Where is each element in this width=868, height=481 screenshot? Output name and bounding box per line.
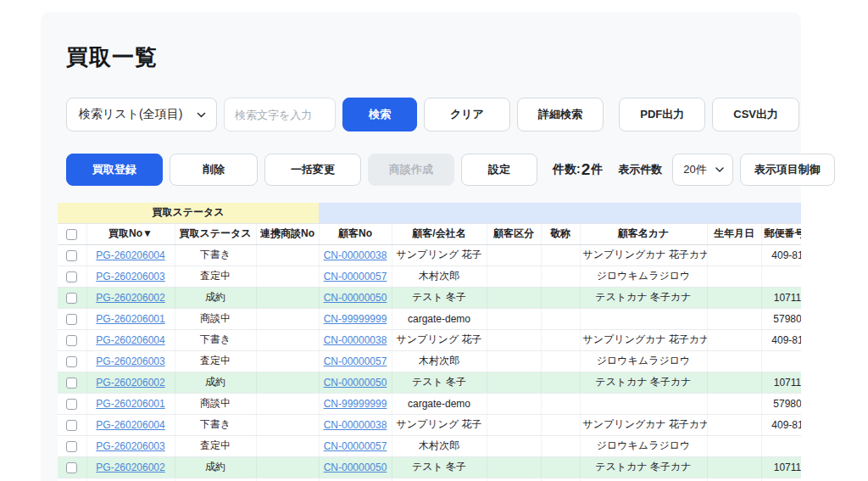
table-row: PG-260206004下書きCN-00000038サンプリング 花子サンプリン… [58,414,801,435]
customer-no-link[interactable]: CN-99999999 [324,313,387,325]
buy-no-link[interactable]: PG-260206003 [96,271,164,282]
row-checkbox[interactable] [66,314,77,325]
row-checkbox-cell [58,456,86,478]
col-header-honorific[interactable]: 敬称 [541,223,580,244]
table-row: PG-260206003査定中CN-00000057木村次郎ジロウキムラジロウ [58,266,801,287]
customer-name-cell: 木村次郎 [392,435,487,456]
linked-negotiation-cell [256,478,319,481]
customer-no-link-cell: CN-00000057 [319,435,392,456]
row-checkbox[interactable] [66,441,77,452]
buy-no-link[interactable]: PG-260206004 [96,419,164,431]
customer-name-cell: 木村次郎 [392,350,487,372]
col-header-birth-date[interactable]: 生年月日 [707,223,761,244]
customer-no-link[interactable]: CN-00000057 [324,440,387,452]
col-header-customer-name[interactable]: 顧客/会社名 [392,223,487,244]
customer-type-cell [487,266,541,287]
row-checkbox[interactable] [66,399,77,410]
count-value: 2 [581,160,591,179]
pdf-export-button[interactable]: PDF出力 [619,98,705,131]
row-checkbox[interactable] [66,250,77,261]
customer-no-link[interactable]: CN-00000050 [324,377,387,389]
settings-button[interactable]: 設定 [461,154,537,186]
buy-no-link[interactable]: PG-260206002 [96,292,164,304]
row-checkbox[interactable] [66,293,77,304]
purchase-register-button[interactable]: 買取登録 [66,154,163,186]
customer-no-link[interactable]: CN-00000038 [324,419,387,431]
customer-no-link[interactable]: CN-00000038 [324,249,387,261]
advanced-search-button[interactable]: 詳細検索 [517,98,604,131]
customer-no-link[interactable]: CN-00000057 [324,355,387,367]
customer-no-link-cell: CN-00000050 [319,456,392,478]
customer-no-link[interactable]: CN-99999999 [324,398,387,410]
row-checkbox[interactable] [66,335,77,346]
customer-name-cell: cargate-demo [392,308,487,329]
customer-no-link[interactable]: CN-00000038 [324,334,387,346]
column-control-button[interactable]: 表示項目制御 [740,154,835,186]
table-row: PG-260206003査定中CN-00000057木村次郎ジロウキムラジロウ [58,435,801,456]
customer-name-cell: サンプリング 花子 [392,244,487,266]
status-cell: 下書き [175,244,256,266]
linked-negotiation-cell [256,372,319,393]
search-list-select[interactable]: 検索リスト(全項目) [66,98,217,131]
col-header-customer-kana[interactable]: 顧客名カナ [580,223,707,244]
buy-no-link[interactable]: PG-260206002 [96,377,164,389]
create-negotiation-button: 商談作成 [368,154,454,186]
buy-no-link[interactable]: PG-260206001 [96,313,164,325]
customer-kana-cell: テストカナ 冬子カナ [580,287,707,308]
birth-date-cell [707,308,761,329]
customer-kana-cell [580,478,707,481]
honorific-cell [541,435,580,456]
select-all-header [58,223,86,244]
buy-no-link-cell: PG-260206003 [86,350,175,372]
table-row: PG-260206002成約CN-00000050テスト 冬子テストカナ 冬子カ… [58,372,801,393]
bulk-change-button[interactable]: 一括変更 [264,154,361,186]
postal-code-cell: 409-81 [761,329,801,350]
table-row: PG-260206004下書きCN-00000038サンプリング 花子サンプリン… [58,329,801,350]
customer-no-link[interactable]: CN-00000050 [324,461,387,473]
col-header-linked-no[interactable]: 連携商談No [256,223,319,244]
record-count: 件数:2件 [553,160,603,179]
row-checkbox[interactable] [66,420,77,431]
postal-code-cell: 10711 [761,287,801,308]
delete-button[interactable]: 削除 [170,154,258,186]
buy-no-link[interactable]: PG-260206004 [96,249,164,261]
row-checkbox[interactable] [66,271,77,282]
customer-type-cell [487,456,541,478]
birth-date-cell [707,435,761,456]
select-all-checkbox[interactable] [66,229,77,240]
row-checkbox[interactable] [66,356,77,367]
customer-kana-cell: テストカナ 冬子カナ [580,372,707,393]
buy-no-link[interactable]: PG-260206003 [96,355,164,367]
customer-type-cell [487,414,541,435]
customer-no-link[interactable]: CN-00000050 [324,292,387,304]
col-header-postal-code[interactable]: 郵便番号 [761,223,801,244]
search-toolbar: 検索リスト(全項目) 検索 クリア 詳細検索 PDF出力 CSV出力 [66,98,801,131]
buy-no-link[interactable]: PG-260206004 [96,334,164,346]
customer-name-cell: cargate-demo [392,393,487,414]
honorific-cell [541,350,580,372]
row-checkbox-cell [58,393,86,414]
honorific-cell [541,393,580,414]
per-page-label: 表示件数 [618,162,662,177]
search-input[interactable] [224,98,336,131]
col-header-customer-type[interactable]: 顧客区分 [487,223,541,244]
customer-no-link-cell: CN-99999999 [319,308,392,329]
csv-export-button[interactable]: CSV出力 [712,98,799,131]
row-checkbox[interactable] [66,378,77,389]
status-cell: 成約 [175,456,256,478]
per-page-select[interactable]: 20件 [672,154,732,186]
row-checkbox[interactable] [66,462,77,473]
search-button[interactable]: 検索 [342,98,417,131]
customer-kana-cell: テストカナ 冬子カナ [580,456,707,478]
customer-no-link[interactable]: CN-00000057 [324,271,387,282]
honorific-cell [541,329,580,350]
buy-no-link[interactable]: PG-260206002 [96,461,164,473]
purchase-table-container: 買取ステータス 買取No▼ 買取ステータス 連携商談No 顧客No 顧客/会社名… [58,203,801,481]
status-cell: 査定中 [175,435,256,456]
col-header-buy-no[interactable]: 買取No▼ [86,223,175,244]
col-header-status[interactable]: 買取ステータス [175,223,256,244]
buy-no-link[interactable]: PG-260206001 [96,398,164,410]
col-header-customer-no[interactable]: 顧客No [319,223,392,244]
clear-button[interactable]: クリア [424,98,510,131]
buy-no-link[interactable]: PG-260206003 [96,440,164,452]
